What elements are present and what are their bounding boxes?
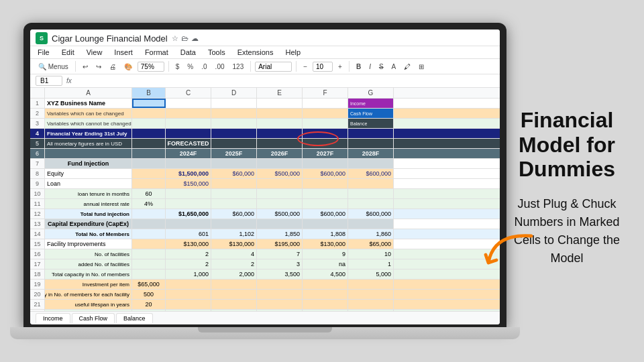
cell-a18[interactable]: Total capacity in No. of members: [45, 269, 132, 279]
cell-f12[interactable]: $600,000: [303, 209, 348, 219]
tab-cashflow[interactable]: Cash Flow: [72, 313, 115, 323]
cell-g8[interactable]: $600,000: [348, 169, 394, 178]
cell-e6[interactable]: 2026F: [257, 149, 303, 158]
cell-f7[interactable]: [303, 159, 348, 168]
col-header-a[interactable]: A: [45, 88, 132, 98]
search-btn[interactable]: 🔍 Menus: [36, 62, 71, 72]
cell-a6[interactable]: [45, 149, 132, 158]
cell-e2[interactable]: [257, 109, 303, 118]
cell-d19[interactable]: [211, 280, 257, 289]
cell-b2[interactable]: [132, 109, 166, 118]
cell-c2[interactable]: [166, 109, 211, 118]
cell-b1[interactable]: [132, 99, 166, 108]
cell-c12[interactable]: $1,650,000: [166, 209, 211, 219]
cell-e17[interactable]: 3: [257, 259, 303, 269]
cell-e20[interactable]: [257, 290, 303, 299]
cell-g17[interactable]: 1: [348, 259, 394, 269]
paint-btn[interactable]: 🎨: [121, 62, 135, 72]
cell-c14[interactable]: 601: [166, 229, 211, 239]
dec-btn[interactable]: .0: [199, 62, 209, 72]
cell-b19[interactable]: $65,000: [132, 280, 166, 289]
print-btn[interactable]: 🖨: [107, 62, 119, 72]
cell-g6[interactable]: 2028F: [348, 149, 394, 158]
cell-b16[interactable]: [132, 249, 166, 259]
cell-e8[interactable]: $500,000: [257, 169, 303, 178]
cell-a12[interactable]: Total fund injection: [45, 209, 132, 219]
cell-f20[interactable]: [303, 290, 348, 299]
menu-insert[interactable]: Insert: [112, 48, 135, 57]
cell-c1[interactable]: [166, 99, 211, 108]
cell-g3[interactable]: Balance: [348, 119, 394, 128]
cell-b11[interactable]: 4%: [132, 199, 166, 208]
menu-tools[interactable]: Tools: [206, 48, 227, 57]
cell-a19[interactable]: Investment per item: [45, 280, 132, 289]
cell-c6[interactable]: 2024F: [166, 149, 211, 158]
cell-d5[interactable]: [211, 139, 257, 148]
cell-g11[interactable]: [348, 199, 394, 208]
cell-f3[interactable]: [303, 119, 348, 128]
cell-c13[interactable]: [166, 219, 211, 229]
cell-d21[interactable]: [211, 300, 257, 309]
cell-c19[interactable]: [166, 280, 211, 289]
menu-help[interactable]: Help: [283, 48, 303, 57]
cell-f15[interactable]: $130,000: [303, 239, 348, 249]
cell-c8[interactable]: $1,500,000: [166, 169, 211, 178]
borders-btn[interactable]: ⊞: [416, 62, 427, 72]
cell-f2[interactable]: [303, 109, 348, 118]
num-format-btn[interactable]: 123: [230, 62, 247, 72]
cell-e16[interactable]: 7: [257, 249, 303, 259]
cell-g2[interactable]: Cash Flow: [348, 109, 394, 118]
increase-font-btn[interactable]: +: [335, 62, 345, 72]
cell-g14[interactable]: 1,860: [348, 229, 394, 239]
cell-d20[interactable]: [211, 290, 257, 299]
cell-d17[interactable]: 2: [211, 259, 257, 269]
cell-a15[interactable]: Facility Improvements: [45, 239, 132, 249]
cell-e11[interactable]: [257, 199, 303, 208]
menu-edit[interactable]: Edit: [60, 48, 76, 57]
cell-b8[interactable]: [132, 169, 166, 178]
cell-c17[interactable]: 2: [166, 259, 211, 269]
cell-e9[interactable]: [257, 179, 303, 188]
cell-d2[interactable]: [211, 109, 257, 118]
cell-g10[interactable]: [348, 189, 394, 198]
cell-g15[interactable]: $65,000: [348, 239, 394, 249]
cell-f16[interactable]: 9: [303, 249, 348, 259]
cell-c10[interactable]: [166, 189, 211, 198]
cell-e7[interactable]: [257, 159, 303, 168]
cell-g5[interactable]: [348, 139, 394, 148]
cell-d11[interactable]: [211, 199, 257, 208]
cell-f10[interactable]: [303, 189, 348, 198]
cell-g18[interactable]: 5,000: [348, 269, 394, 279]
col-header-b[interactable]: B: [132, 88, 166, 98]
cell-c15[interactable]: $130,000: [166, 239, 211, 249]
cell-d14[interactable]: 1,102: [211, 229, 257, 239]
cell-f9[interactable]: [303, 179, 348, 188]
cell-e1[interactable]: [257, 99, 303, 108]
cell-a3[interactable]: Variables which cannot be changed: [45, 119, 132, 128]
cell-d7[interactable]: [211, 159, 257, 168]
cell-d3[interactable]: [211, 119, 257, 128]
star-icon[interactable]: ☆: [172, 34, 178, 43]
cell-c3[interactable]: [166, 119, 211, 128]
redo-btn[interactable]: ↪: [93, 62, 104, 72]
cell-b17[interactable]: [132, 259, 166, 269]
cell-b7[interactable]: [132, 159, 166, 168]
menu-file[interactable]: File: [36, 48, 52, 57]
cell-c20[interactable]: [166, 290, 211, 299]
cell-b9[interactable]: [132, 179, 166, 188]
cloud-icon[interactable]: ☁: [191, 34, 199, 43]
cell-f17[interactable]: na: [303, 259, 348, 269]
cell-b6[interactable]: [132, 149, 166, 158]
decrease-font-btn[interactable]: −: [301, 62, 310, 72]
undo-btn[interactable]: ↩: [80, 62, 91, 72]
cell-b14[interactable]: [132, 229, 166, 239]
cell-a7[interactable]: Fund Injection: [45, 159, 132, 168]
cell-c18[interactable]: 1,000: [166, 269, 211, 279]
cell-d13[interactable]: [211, 219, 257, 229]
cell-g12[interactable]: $600,000: [348, 209, 394, 219]
cell-f13[interactable]: [303, 219, 348, 229]
cell-b3[interactable]: [132, 119, 166, 128]
cell-c5[interactable]: FORECASTED: [166, 139, 211, 148]
highlight-btn[interactable]: 🖍: [401, 62, 413, 72]
cell-a13[interactable]: Capital Expenditure (CapEx): [45, 219, 132, 229]
